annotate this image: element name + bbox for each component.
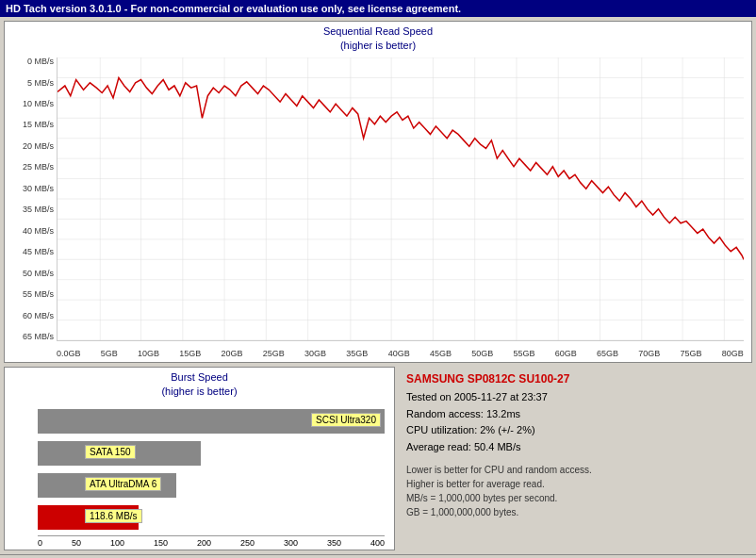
note4: GB = 1,000,000,000 bytes. [406, 505, 745, 519]
seq-chart-area [57, 57, 744, 341]
seq-line-svg [58, 57, 744, 340]
sequential-chart: Sequential Read Speed (higher is better)… [4, 21, 752, 363]
note3: MB/s = 1,000,000 bytes per second. [406, 491, 745, 505]
note1: Lower is better for CPU and random acces… [406, 463, 745, 477]
note2: Higher is better for average read. [406, 477, 745, 491]
bar-sata: SATA 150 [38, 441, 385, 466]
info-panel: SAMSUNG SP0812C SU100-27 Tested on 2005-… [399, 367, 752, 550]
seq-chart-title: Sequential Read Speed (higher is better) [5, 22, 751, 54]
burst-chart-title: Burst Speed (higher is better) [5, 368, 394, 400]
main-content: Sequential Read Speed (higher is better)… [0, 17, 756, 554]
random-access: Random access: 13.2ms [406, 406, 745, 423]
bar-scsi: SCSI Ultra320 [38, 409, 385, 434]
cpu-util: CPU utilization: 2% (+/- 2%) [406, 422, 745, 439]
y-axis: 65 MB/s 60 MB/s 55 MB/s 50 MB/s 45 MB/s … [7, 57, 56, 341]
burst-chart: Burst Speed (higher is better) SCSI Ultr… [4, 367, 395, 550]
tested-date: Tested on 2005-11-27 at 23:37 [406, 389, 745, 406]
toolbar: Save Results Upload Results Compare Anot… [0, 554, 756, 558]
bar-ata: ATA UltraDMA 6 [38, 473, 385, 498]
title-text: HD Tach version 3.0.1.0 - For non-commer… [6, 3, 461, 14]
title-bar: HD Tach version 3.0.1.0 - For non-commer… [0, 0, 756, 17]
bottom-section: Burst Speed (higher is better) SCSI Ultr… [4, 367, 752, 550]
drive-name: SAMSUNG SP0812C SU100-27 [406, 372, 745, 386]
avg-read: Average read: 50.4 MB/s [406, 439, 745, 456]
x-axis: 0.0GB 5GB 10GB 15GB 20GB 25GB 30GB 35GB … [57, 349, 744, 358]
bar-actual: 118.6 MB/s [38, 505, 385, 530]
